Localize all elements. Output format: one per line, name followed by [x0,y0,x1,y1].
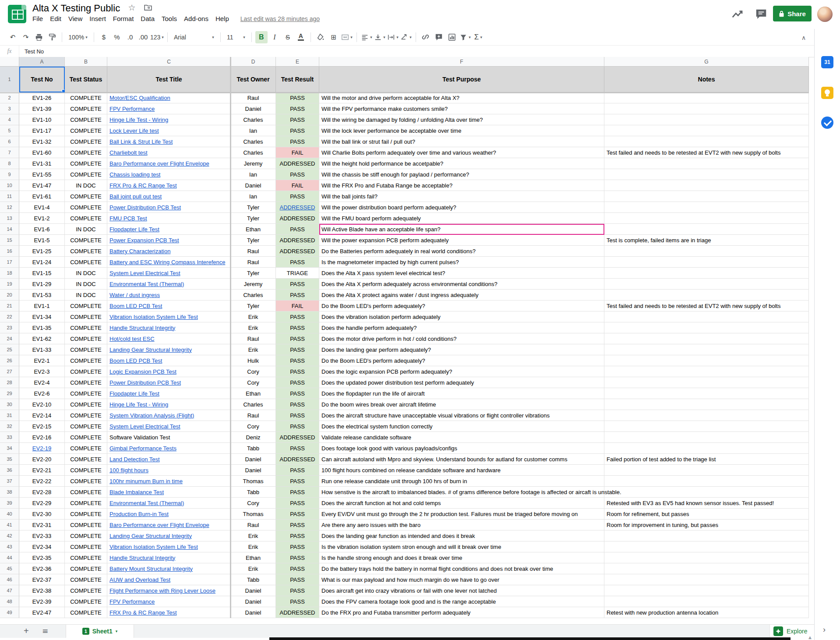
frozen-column-divider[interactable] [230,57,231,618]
explore-button[interactable]: Explore [769,625,814,638]
cell-status[interactable]: COMPLETE [65,388,107,399]
row-header-46[interactable]: 46 [0,574,19,585]
cell-title[interactable]: 100 flight hours [107,465,231,476]
zoom-select[interactable]: 100%▾ [66,31,90,43]
cell-status[interactable]: COMPLETE [65,333,107,344]
cell-testno[interactable]: EV1-47 [19,180,65,191]
cell-owner[interactable]: Tabb [231,487,276,498]
cell-title[interactable]: Environmental Test (Thermal) [107,279,231,290]
cell-purpose[interactable]: Does the updated power distribution test… [319,377,604,388]
row-header-2[interactable]: 2 [0,92,19,103]
cell-status[interactable]: COMPLETE [65,530,107,541]
cell-testno[interactable]: EV1-10 [19,114,65,125]
cell-testno[interactable]: EV2-31 [19,520,65,530]
cell-result[interactable]: ADDRESSED [276,454,319,465]
cell-result[interactable]: PASS [276,191,319,202]
cell-title[interactable]: Software Validation Test [107,432,231,443]
sheet-tab-menu-icon[interactable]: ▾ [116,629,118,633]
cell-result[interactable]: PASS [276,574,319,585]
cell-status[interactable]: IN DOC [65,279,107,290]
cell-status[interactable]: COMPLETE [65,432,107,443]
row-header-45[interactable]: 45 [0,563,19,574]
cell-owner[interactable]: Hulk [231,355,276,366]
cell-testno[interactable]: EV1-53 [19,290,65,301]
more-formats-button[interactable]: 123▾ [150,31,164,43]
row-header-47[interactable]: 47 [0,585,19,596]
cell-owner[interactable]: Tyler [231,301,276,311]
cell-title[interactable]: FMU PCB Test [107,213,231,224]
increase-decimal-button[interactable]: .00 [137,31,149,43]
cell-purpose[interactable]: Will the FMU board perform adequately [319,213,604,224]
header-title[interactable]: Test Title [107,67,231,92]
cell-purpose[interactable]: Run one release candidate unit through 1… [319,476,604,487]
cell-title[interactable]: Chassis loading test [107,169,231,180]
header-status[interactable]: Test Status [65,67,107,92]
cell-notes[interactable]: Test failed and needs to be retested at … [604,301,809,311]
cell-testno[interactable]: EV2-10 [19,399,65,410]
cell-testno[interactable]: EV1-25 [19,246,65,257]
cell-title[interactable]: Handle Structural Integrity [107,552,231,563]
row-header-30[interactable]: 30 [0,399,19,410]
row-header-42[interactable]: 42 [0,530,19,541]
cell-result[interactable]: FAIL [276,301,319,311]
row-header-12[interactable]: 12 [0,202,19,213]
row-header-8[interactable]: 8 [0,158,19,169]
cell-result[interactable]: ADDRESSED [276,202,319,213]
row-header-17[interactable]: 17 [0,257,19,268]
cell-owner[interactable]: Erik [231,530,276,541]
row-header-31[interactable]: 31 [0,410,19,421]
header-purpose[interactable]: Test Purpose [319,67,604,92]
cell-notes[interactable] [604,136,809,147]
cell-title[interactable]: Environmental Test (Thermal) [107,498,231,509]
cell-purpose[interactable]: Will the FRX Pro and Futaba Range be acc… [319,180,604,191]
format-currency-button[interactable]: $ [98,31,110,43]
row-header-39[interactable]: 39 [0,498,19,509]
title-link[interactable]: Battery and ESC Wiring Compass Interefen… [109,259,225,265]
cell-notes[interactable] [604,585,809,596]
row-header-18[interactable]: 18 [0,268,19,279]
add-sheet-button[interactable]: + [24,626,29,636]
cell-status[interactable]: COMPLETE [65,421,107,432]
column-header-F[interactable]: F [319,57,604,67]
horizontal-align-button[interactable]: ▾ [360,31,373,43]
cell-result[interactable]: PASS [276,366,319,377]
cell-result[interactable]: FAIL [276,147,319,158]
row-header-29[interactable]: 29 [0,388,19,399]
cell-purpose[interactable]: Does the logic expansion PCB perform ade… [319,366,604,377]
cell-title[interactable]: Hot/cold test ESC [107,333,231,344]
title-link[interactable]: Water / dust ingress [109,292,160,298]
cell-title[interactable]: System Level Electrical Test [107,421,231,432]
cell-result[interactable]: PASS [276,399,319,410]
row-header-16[interactable]: 16 [0,246,19,257]
cell-notes[interactable] [604,333,809,344]
cell-result[interactable]: PASS [276,344,319,355]
cell-purpose[interactable]: Do the FRX pro and Futaba transmitter pe… [319,607,604,618]
menu-format[interactable]: Format [109,14,138,24]
cell-result[interactable]: ADDRESSED [276,432,319,443]
cell-testno[interactable]: EV2-30 [19,509,65,520]
row-header-32[interactable]: 32 [0,421,19,432]
cell-testno[interactable]: EV2-37 [19,574,65,585]
cell-result[interactable]: PASS [276,290,319,301]
star-icon[interactable]: ☆ [128,3,136,12]
move-folder-icon[interactable] [144,3,152,12]
title-link[interactable]: Hinge Life Test - Wiring [109,117,168,123]
row-header-20[interactable]: 20 [0,290,19,301]
cell-purpose[interactable]: Will the power expansion PCB perform ade… [319,235,604,246]
cell-purpose[interactable]: Will Charlie Bolts perform adequately ov… [319,147,604,158]
cell-status[interactable]: COMPLETE [65,147,107,158]
cell-notes[interactable] [604,180,809,191]
column-header-D[interactable]: D [231,57,276,67]
title-link[interactable]: AUW and Overload Test [109,576,170,583]
row-header-24[interactable]: 24 [0,333,19,344]
cell-testno[interactable]: EV2-19 [19,443,65,454]
cell-testno[interactable]: EV2-33 [19,530,65,541]
row-header-19[interactable]: 19 [0,279,19,290]
cell-result[interactable]: PASS [276,596,319,607]
row-header-44[interactable]: 44 [0,552,19,563]
cell-purpose[interactable]: Does the handle perform adequately? [319,322,604,333]
cell-purpose[interactable]: What is our max payload and how much mar… [319,574,604,585]
cell-title[interactable]: Ball joint pull out test [107,191,231,202]
cell-notes[interactable] [604,530,809,541]
grid-corner[interactable] [0,57,19,67]
